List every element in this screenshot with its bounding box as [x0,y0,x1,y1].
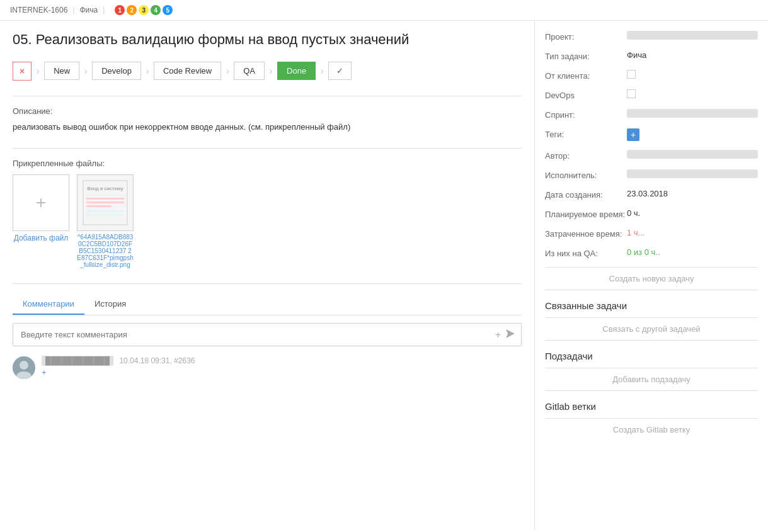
divider-3 [13,283,522,284]
cancel-button[interactable]: × [13,62,32,81]
add-tag-button[interactable]: + [627,128,639,141]
breadcrumb-type: Фича [80,6,98,14]
created-value: 23.03.2018 [627,189,758,198]
send-comment-icon[interactable] [505,328,516,342]
step-develop-button[interactable]: Develop [92,62,141,80]
client-label: От клиента: [545,70,627,81]
spent-time-value[interactable]: 1 ч... [627,228,645,237]
arrow-3: › [141,65,154,77]
badge-1: 1 [115,5,125,15]
attachment-item: Вход в систему ^64A915A8ADB8830C2C5BD107… [77,174,134,268]
executor-row: Исполнитель: [545,169,758,180]
arrow-2: › [79,65,92,77]
devops-checkbox[interactable] [627,89,636,98]
issue-id[interactable]: INTERNEK-1606 [10,6,67,14]
arrow-6: › [316,65,328,77]
attachments-label: Прикрепленные файлы: [13,159,522,168]
planned-time-value: 0 ч. [627,208,758,218]
attachments-grid: + Добавить файл Вход в систему [13,174,522,268]
badge-3: 3 [139,5,149,15]
executor-value [627,169,758,178]
tab-history[interactable]: История [84,294,136,315]
author-row: Автор: [545,150,758,161]
comment-expand-button[interactable]: + [42,368,195,377]
comment-item: ████████████ 10.04.18 09:31, #2636 + [13,356,522,379]
sprint-value [627,109,758,118]
created-row: Дата создания: 23.03.2018 [545,189,758,200]
comment-input[interactable] [13,324,495,346]
tags-row: Теги: + [545,128,758,141]
client-checkbox[interactable] [627,70,636,79]
comment-body: ████████████ 10.04.18 09:31, #2636 + [42,356,195,379]
rp-divider-6 [545,390,758,391]
attach-comment-icon[interactable]: + [495,329,501,341]
divider-2 [13,148,522,149]
create-branch-button[interactable]: Создать Gitlab ветку [545,419,758,441]
executor-label: Исполнитель: [545,169,627,180]
badge-4: 4 [151,5,161,15]
attachments-section: Прикрепленные файлы: + Добавить файл Вхо… [13,159,522,268]
step-codereview-button[interactable]: Code Review [154,62,221,80]
created-label: Дата создания: [545,189,627,200]
arrow-1: › [32,65,44,77]
sep2: | [103,6,105,14]
rp-divider-2 [545,290,758,290]
tabs-bar: Комментарии История [13,294,522,315]
link-task-button[interactable]: Связать с другой задачей [545,318,758,340]
client-row: От клиента: [545,70,758,81]
top-bar: INTERNEK-1606 | Фича | 1 2 3 4 5 [0,0,768,21]
add-subtask-button[interactable]: Добавить подзадачу [545,368,758,390]
planned-time-row: Планируемое время: 0 ч. [545,208,758,219]
svg-rect-5 [86,205,112,207]
task-type-label: Тип задачи: [545,50,627,61]
planned-time-label: Планируемое время: [545,208,627,219]
add-file-container: + Добавить файл [13,174,69,268]
badge-5: 5 [163,5,173,15]
create-task-button[interactable]: Создать новую задачу [545,268,758,290]
plus-icon: + [36,193,46,213]
subtasks-title: Подзадачи [545,351,758,361]
check-button[interactable]: ✓ [328,62,352,80]
spent-time-label: Затраченное время: [545,228,627,239]
author-value [627,150,758,159]
comment-timestamp: 10.04.18 09:31, #2636 [119,356,195,365]
description-section: Описание: реализовать вывод ошибок при н… [13,106,522,133]
add-file-button[interactable]: + [13,174,69,231]
project-value [627,31,758,40]
svg-text:Вход в систему: Вход в систему [88,186,123,191]
step-done-button[interactable]: Done [277,62,316,80]
svg-marker-8 [506,329,515,338]
attachment-thumbnail[interactable]: Вход в систему [77,174,134,231]
project-label: Проект: [545,31,627,42]
task-type-row: Тип задачи: Фича [545,50,758,61]
sprint-label: Спринт: [545,109,627,120]
arrow-4: › [221,65,234,77]
description-label: Описание: [13,106,522,116]
gitlab-title: Gitlab ветки [545,401,758,412]
divider-1 [13,96,522,96]
attachment-name: ^64A915A8ADB8830C2C5BD107D26FB5C15304112… [77,234,134,268]
comment-meta: ████████████ 10.04.18 09:31, #2636 [42,356,195,365]
devops-label: DevOps [545,89,627,100]
priority-badges: 1 2 3 4 5 [115,5,173,15]
right-panel: Проект: Тип задачи: Фича От клиента: Dev… [535,21,768,530]
svg-point-10 [20,361,28,370]
task-type-value: Фича [627,50,758,60]
step-new-button[interactable]: New [44,62,79,80]
devops-row: DevOps [545,89,758,100]
workflow-bar: × › New › Develop › Code Review › QA › D… [13,62,522,81]
project-row: Проект: [545,31,758,42]
badge-2: 2 [127,5,137,15]
avatar [13,356,35,379]
rp-divider-4 [545,340,758,341]
tags-label: Теги: [545,128,627,139]
qa-time-value[interactable]: 0 из 0 ч.. [627,247,660,257]
task-title: 05. Реализовать валидацию формы на ввод … [13,31,522,49]
step-qa-button[interactable]: QA [234,62,265,80]
comment-actions: + [495,328,521,342]
svg-rect-6 [86,210,124,212]
add-file-label[interactable]: Добавить файл [14,234,69,242]
author-label: Автор: [545,150,627,161]
tab-comments[interactable]: Комментарии [13,294,84,315]
svg-rect-4 [86,201,124,203]
